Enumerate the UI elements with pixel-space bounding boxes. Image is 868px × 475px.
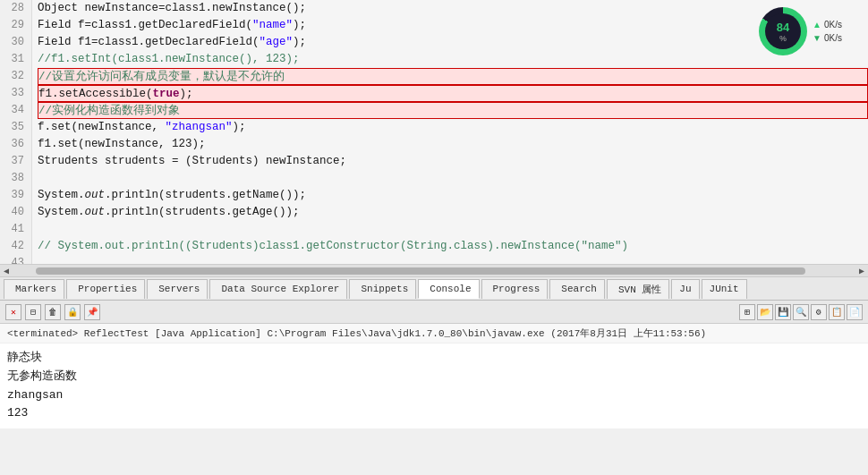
open-file-button[interactable]: 📂	[757, 304, 773, 320]
line-number: 28	[7, 0, 24, 17]
code-token: System.	[38, 206, 85, 218]
copy-button[interactable]: 📋	[829, 304, 845, 320]
code-editor: 28293031323334353637383940414243 Object …	[0, 0, 868, 277]
new-console-button[interactable]: ⊞	[739, 304, 755, 320]
remove-launch-button[interactable]: ⊟	[25, 304, 41, 320]
paste-button[interactable]: 📄	[847, 304, 863, 320]
console-toolbar: ✕ ⊟ 🗑 🔒 📌 ⊞ 📂 💾 🔍 ⚙ 📋 📄	[0, 301, 868, 324]
tab-console[interactable]: Console	[418, 279, 479, 299]
pin-console-button[interactable]: 📌	[84, 304, 100, 320]
console-header: <terminated> ReflectTest [Java Applicati…	[0, 324, 868, 344]
line-number: 37	[7, 153, 24, 170]
code-line: System.out.println(strudents.getAge());	[38, 204, 868, 221]
line-number: 35	[7, 119, 24, 136]
tab-data-source-explorer[interactable]: Data Source Explorer	[209, 279, 347, 299]
upload-arrow-icon: ▲	[813, 20, 821, 30]
tab-label: Servers	[158, 284, 200, 294]
code-line	[38, 255, 868, 264]
code-line: System.out.println(strudents.getName());	[38, 187, 868, 204]
upload-speed: 0K/s	[824, 20, 842, 30]
line-number: 41	[7, 221, 24, 238]
download-arrow-icon: ▼	[813, 33, 821, 43]
search-in-console-button[interactable]: 🔍	[793, 304, 809, 320]
download-row: ▼ 0K/s	[813, 33, 842, 43]
speed-values: ▲ 0K/s ▼ 0K/s	[813, 20, 842, 43]
tab-markers[interactable]: Markers	[4, 279, 64, 299]
code-token: Object newInstance=class1.newInstance();	[38, 2, 306, 14]
code-token: // System.out.println((Strudents)class1.…	[38, 240, 628, 252]
code-line: Strudents strudents = (Strudents) newIns…	[38, 153, 868, 170]
code-token: Field f=class1.getDeclaredField(	[38, 19, 252, 31]
speed-meter: 84 % ▲ 0K/s ▼ 0K/s	[759, 4, 857, 58]
tab-label: Properties	[78, 284, 137, 294]
tab-label: Ju	[679, 284, 691, 294]
code-token: out	[85, 206, 106, 218]
code-token: out	[85, 189, 106, 201]
clear-console-button[interactable]: 🗑	[45, 304, 61, 320]
download-speed: 0K/s	[824, 33, 842, 43]
line-number: 40	[7, 204, 24, 221]
code-token: //设置允许访问私有成员变量，默认是不允许的	[38, 71, 285, 83]
tab-junit[interactable]: JUnit	[702, 279, 747, 299]
line-number: 31	[7, 51, 24, 68]
tab-label: Console	[430, 284, 471, 294]
code-token: f1.setAccessible(	[38, 88, 153, 100]
tab-ju[interactable]: Ju	[671, 279, 699, 299]
code-scrollbar[interactable]: ◀ ▶	[0, 264, 868, 276]
line-numbers: 28293031323334353637383940414243	[0, 0, 32, 264]
preferences-button[interactable]: ⚙	[811, 304, 827, 320]
scroll-right-icon[interactable]: ▶	[859, 266, 864, 276]
terminate-button[interactable]: ✕	[5, 304, 21, 320]
line-number: 30	[7, 34, 24, 51]
tab-servers[interactable]: Servers	[147, 279, 208, 299]
tab-progress[interactable]: Progress	[481, 279, 549, 299]
code-token: //实例化构造函数得到对象	[38, 105, 180, 117]
code-token: );	[233, 121, 246, 133]
line-number: 36	[7, 136, 24, 153]
line-number: 42	[7, 238, 24, 255]
line-number: 34	[7, 102, 24, 119]
tab-search[interactable]: Search	[549, 279, 605, 299]
tab-label: Progress	[493, 284, 540, 294]
code-token: "name"	[252, 19, 293, 31]
scroll-left-icon[interactable]: ◀	[4, 266, 9, 276]
console-panel: ✕ ⊟ 🗑 🔒 📌 ⊞ 📂 💾 🔍 ⚙ 📋 📄 <terminated> Ref…	[0, 301, 868, 428]
gauge-percent: 84	[777, 21, 789, 34]
tab-properties[interactable]: Properties	[66, 279, 145, 299]
tab-svn-属性[interactable]: SVN 属性	[607, 279, 669, 299]
code-line: f1.setAccessible(true);	[38, 85, 868, 102]
code-line	[38, 170, 868, 187]
tab-label: SVN 属性	[618, 283, 661, 296]
code-line: f.set(newInstance, "zhangsan");	[38, 119, 868, 136]
line-number: 38	[7, 170, 24, 187]
code-lines[interactable]: Object newInstance=class1.newInstance();…	[32, 0, 868, 264]
tab-label: Data Source Explorer	[221, 284, 339, 294]
console-toolbar-extra-icons: ⊞ 📂 💾 🔍 ⚙ 📋 📄	[739, 304, 863, 320]
code-token: f1.set(newInstance, 123);	[38, 138, 206, 150]
code-line: //设置允许访问私有成员变量，默认是不允许的	[38, 68, 868, 85]
tab-snippets[interactable]: Snippets	[349, 279, 416, 299]
gauge-percent-sign: %	[779, 34, 787, 43]
code-line	[38, 221, 868, 238]
code-token: "age"	[260, 36, 294, 48]
code-token: );	[180, 88, 193, 100]
code-token: );	[293, 36, 306, 48]
tab-label: Markers	[15, 284, 56, 294]
code-token: //f1.setInt(class1.newInstance(), 123);	[38, 53, 300, 65]
line-number: 32	[7, 68, 24, 85]
tab-bar: MarkersPropertiesServersData Source Expl…	[0, 277, 868, 301]
code-line: f1.set(newInstance, 123);	[38, 136, 868, 153]
scroll-lock-button[interactable]: 🔒	[64, 304, 81, 320]
console-output-line: 静态块	[7, 349, 861, 368]
line-number: 39	[7, 187, 24, 204]
line-number: 43	[7, 255, 24, 264]
code-token: f.set(newInstance,	[38, 121, 166, 133]
line-number: 29	[7, 17, 24, 34]
scrollbar-thumb[interactable]	[36, 267, 805, 275]
code-token: .println(strudents.getAge());	[105, 206, 300, 218]
console-output: 静态块无参构造函数zhangsan123	[0, 344, 868, 428]
save-button[interactable]: 💾	[775, 304, 791, 320]
code-token: .println(strudents.getName());	[105, 189, 306, 201]
tab-label: JUnit	[710, 284, 739, 294]
code-line: // System.out.println((Strudents)class1.…	[38, 238, 868, 255]
